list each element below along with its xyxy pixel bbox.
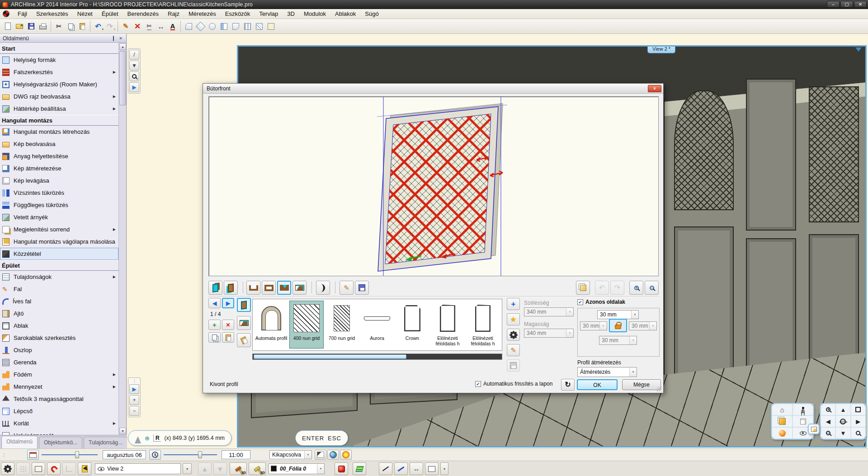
handle-button[interactable]: [316, 281, 330, 295]
date-slider[interactable]: [42, 450, 98, 459]
sunlight-button[interactable]: [340, 450, 352, 460]
tab-oldalmenu[interactable]: Oldalmenü: [1, 436, 38, 448]
add-profile-button[interactable]: +: [208, 320, 221, 330]
axis-button[interactable]: [62, 462, 76, 475]
menu-fajl[interactable]: Fájl: [13, 9, 32, 19]
material-button[interactable]: [335, 462, 348, 475]
same-sides-checkbox[interactable]: ✔: [577, 299, 583, 305]
prev-page-button[interactable]: ◀: [208, 298, 221, 308]
sidebar-item-lepcso[interactable]: Lépcső: [0, 405, 118, 417]
clock-button[interactable]: [149, 450, 161, 460]
line-color-button[interactable]: [394, 462, 408, 475]
layer-up-button[interactable]: ▲: [198, 462, 212, 475]
dimension-edit-button[interactable]: ✎: [120, 20, 132, 32]
sidebar-item-helyisegpecset[interactable]: Helyiségpecsét: [0, 429, 118, 435]
sidebar-item-montazs-letrehozas[interactable]: Hangulat montázs létrehozás: [0, 126, 118, 138]
time-slider-thumb[interactable]: [198, 451, 202, 458]
paste-profile-button[interactable]: [222, 332, 234, 343]
esc-button[interactable]: ESC: [328, 435, 341, 442]
rebuild-3d-button[interactable]: 3D: [249, 462, 266, 475]
menu-sugo[interactable]: Súgó: [360, 9, 383, 19]
sidebar-item-helyiseg-formak[interactable]: Helyiség formák: [0, 54, 118, 66]
pan-up-button[interactable]: ▲: [835, 404, 850, 415]
panel-close-button[interactable]: ✕: [117, 35, 124, 42]
orbit-button[interactable]: [835, 415, 850, 427]
maximize-button[interactable]: ▢: [840, 1, 853, 8]
settings-button[interactable]: [507, 329, 520, 341]
sidebar-item-fodem[interactable]: Födém▶: [0, 368, 118, 381]
undo-dropdown-icon[interactable]: ▾: [102, 28, 104, 31]
hatch-tool-button[interactable]: [253, 20, 265, 32]
calculator-tool-button[interactable]: [265, 20, 277, 32]
sidebar-scrollbar-thumb[interactable]: [119, 51, 126, 105]
width-combobox[interactable]: 340 mm▾: [524, 307, 574, 316]
pin-button[interactable]: [110, 35, 117, 42]
category-material-button[interactable]: [237, 333, 251, 347]
layer-manager-button[interactable]: [353, 462, 366, 475]
menu-szerkesztes[interactable]: Szerkesztés: [32, 9, 73, 19]
dialog-close-button[interactable]: ✕: [648, 85, 661, 92]
dialog-redo-button[interactable]: ↷: [610, 281, 624, 295]
pan-down-button[interactable]: ▼: [835, 427, 850, 439]
profile-preview[interactable]: [208, 96, 659, 276]
sidebar-item-tetosik[interactable]: Tetősík 3 magasságponttal: [0, 393, 118, 405]
profile-h-button[interactable]: [262, 281, 276, 295]
menu-meretezes[interactable]: Méretezés: [184, 9, 221, 19]
relative-coord-toggle[interactable]: R: [153, 434, 161, 442]
menu-modulok[interactable]: Modulok: [299, 9, 330, 19]
dropdown-arrow-icon[interactable]: ▾: [566, 308, 573, 316]
print-button[interactable]: [37, 20, 49, 32]
layer-down-button[interactable]: ▼: [213, 462, 227, 475]
front-type-open-button[interactable]: [224, 281, 238, 295]
sidebar-item-kep-atmeretezese[interactable]: Kép átméretezése: [0, 162, 118, 174]
dropdown-arrow-icon[interactable]: ▾: [304, 451, 311, 459]
zoom-in-button[interactable]: +: [129, 395, 139, 405]
auto-refresh-checkbox[interactable]: ✔: [475, 381, 481, 387]
sidebar-item-kep-beolvasasa[interactable]: Kép beolvasása: [0, 138, 118, 150]
profile-list-scrollbar[interactable]: [252, 353, 502, 360]
sidebar-item-sarokablak[interactable]: Sarokablak szerkesztés: [0, 332, 118, 344]
sidebar-item-kep-levagasa[interactable]: Kép levágása: [0, 174, 118, 187]
show-3d-button[interactable]: [576, 281, 590, 295]
side-left-combobox[interactable]: 30 mm▾: [580, 321, 607, 330]
menu-rajz[interactable]: Rajz: [163, 9, 184, 19]
expand-button[interactable]: ▶: [129, 384, 139, 394]
refresh-button[interactable]: ↻: [561, 379, 575, 391]
dialog-title-bar[interactable]: Bútorfront ✕: [203, 84, 663, 94]
settings-button[interactable]: [1, 462, 14, 475]
sidebar-item-megjelenitesi-sorrend[interactable]: Megjelenítési sorrend▶: [0, 223, 118, 236]
category-front-button[interactable]: [237, 298, 251, 312]
walk-person-button[interactable]: [793, 404, 813, 415]
enter-button[interactable]: ENTER: [302, 435, 324, 442]
rotate-tool-button[interactable]: [206, 20, 218, 32]
selection-mode-button[interactable]: [78, 462, 91, 475]
mirror-tool-button[interactable]: [218, 20, 230, 32]
view-dropdown-button[interactable]: ▾: [183, 463, 192, 474]
preview-zoom-in-button[interactable]: +: [629, 281, 643, 295]
zoom-in-button[interactable]: +: [821, 404, 835, 415]
menu-ablakok[interactable]: Ablakok: [330, 9, 360, 19]
side-top-combobox[interactable]: 30 mm▾: [597, 310, 639, 319]
sidebar-scrollbar[interactable]: ▲ ▼: [118, 43, 126, 435]
paste-button[interactable]: [76, 20, 88, 32]
zoom-out-button[interactable]: −: [821, 427, 835, 439]
redo-button[interactable]: ↷▾: [104, 20, 116, 32]
text-style-button[interactable]: A: [167, 20, 179, 32]
cancel-button[interactable]: Mégse: [622, 379, 661, 390]
profile-aurora[interactable]: Aurora: [360, 301, 394, 349]
snap-button[interactable]: [47, 462, 61, 475]
pan-right-button[interactable]: ▶: [851, 415, 866, 427]
save-profile-button[interactable]: [355, 281, 369, 295]
shaded-view-button[interactable]: [772, 415, 793, 427]
delete-button[interactable]: ✕: [132, 20, 143, 32]
sidebar-item-ajto[interactable]: Ajtó: [0, 307, 118, 320]
fillet-tool-button[interactable]: [230, 20, 241, 32]
open-project-button[interactable]: [14, 20, 25, 32]
scroll-down-icon[interactable]: ▼: [119, 428, 126, 434]
ok-button[interactable]: OK: [577, 379, 618, 390]
menu-eszkozok[interactable]: Eszközök: [221, 9, 255, 19]
build-3d-button[interactable]: 3D: [230, 462, 247, 475]
shadow-button[interactable]: [315, 450, 326, 460]
sidebar-item-oszlop[interactable]: Oszlop: [0, 344, 118, 356]
time-field[interactable]: 11:00: [222, 450, 250, 459]
